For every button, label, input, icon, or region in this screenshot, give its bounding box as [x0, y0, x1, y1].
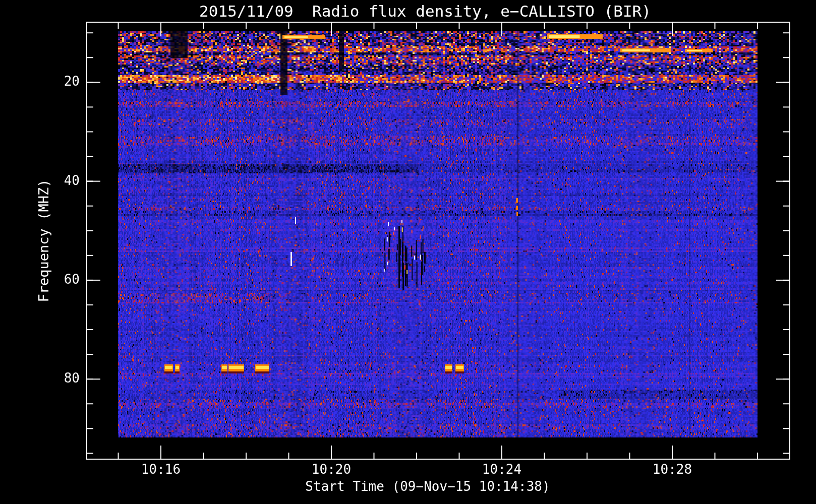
x-axis-label: Start Time (09−Nov−15 10:14:38)	[305, 479, 550, 494]
chart-title: 2015/11/09 Radio flux density, e−CALLIST…	[199, 2, 651, 20]
x-tick-label: 10:20	[296, 462, 367, 477]
y-tick-label: 40	[35, 173, 80, 188]
x-tick-label: 10:28	[637, 462, 708, 477]
y-tick-label: 60	[35, 272, 80, 287]
x-tick-label: 10:16	[126, 462, 196, 477]
x-tick-label: 10:24	[467, 462, 537, 477]
spectrogram-canvas	[0, 0, 816, 504]
y-tick-label: 20	[35, 74, 80, 89]
y-tick-label: 80	[35, 370, 80, 386]
callisto-spectrogram-page: 2015/11/09 Radio flux density, e−CALLIST…	[0, 0, 816, 504]
